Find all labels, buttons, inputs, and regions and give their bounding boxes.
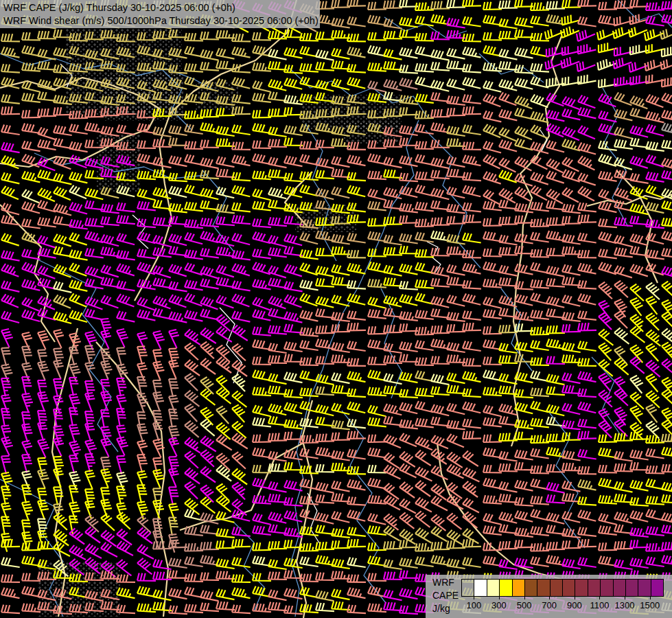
- legend-tick-mark: [575, 596, 575, 599]
- legend-tick-mark: [499, 596, 500, 599]
- legend-tick-mark: [549, 596, 550, 599]
- legend-label-line-1: WRF: [432, 576, 459, 589]
- title-line-2: WRF Wind shear (m/s) 500/1000hPa Thursda…: [3, 14, 320, 27]
- legend-tick-mark: [599, 596, 600, 599]
- legend-color-cell: [563, 580, 575, 596]
- weather-map: [0, 0, 672, 618]
- legend-color-cell: [638, 580, 651, 596]
- legend-color-cell: [500, 580, 512, 596]
- legend-color-cell: [551, 580, 563, 596]
- legend-color-cell: [537, 580, 550, 596]
- legend-color-cell: [487, 580, 500, 596]
- legend-tick-mark: [650, 596, 651, 599]
- legend-color-cell: [626, 580, 638, 596]
- title-overlay: WRF CAPE (J/kg) Thursday 30-10-2025 06:0…: [0, 0, 320, 28]
- cape-legend: WRF CAPE J/kg 10030050070090011001300150…: [426, 575, 672, 618]
- legend-color-cell: [614, 580, 626, 596]
- legend-label-line-3: J/kg: [432, 602, 459, 615]
- title-line-1: WRF CAPE (J/kg) Thursday 30-10-2025 06:0…: [3, 1, 320, 14]
- legend-color-cell: [601, 580, 613, 596]
- legend-color-cell: [525, 580, 537, 596]
- legend-color-cell: [474, 580, 487, 596]
- legend-color-cell: [513, 580, 525, 596]
- legend-tick-mark: [474, 596, 474, 599]
- legend-color-cell: [651, 580, 663, 596]
- legend-tick-mark: [524, 596, 525, 599]
- wrf-weather-map-page: WRF CAPE (J/kg) Thursday 30-10-2025 06:0…: [0, 0, 672, 618]
- legend-color-cell: [462, 580, 474, 596]
- legend-colorbar: [461, 579, 664, 597]
- legend-label-line-2: CAPE: [432, 589, 459, 602]
- legend-color-cell: [575, 580, 588, 596]
- legend-tick-value: 1500: [635, 600, 665, 610]
- legend-tick-mark: [625, 596, 625, 599]
- legend-label: WRF CAPE J/kg: [432, 576, 459, 615]
- legend-color-cell: [588, 580, 601, 596]
